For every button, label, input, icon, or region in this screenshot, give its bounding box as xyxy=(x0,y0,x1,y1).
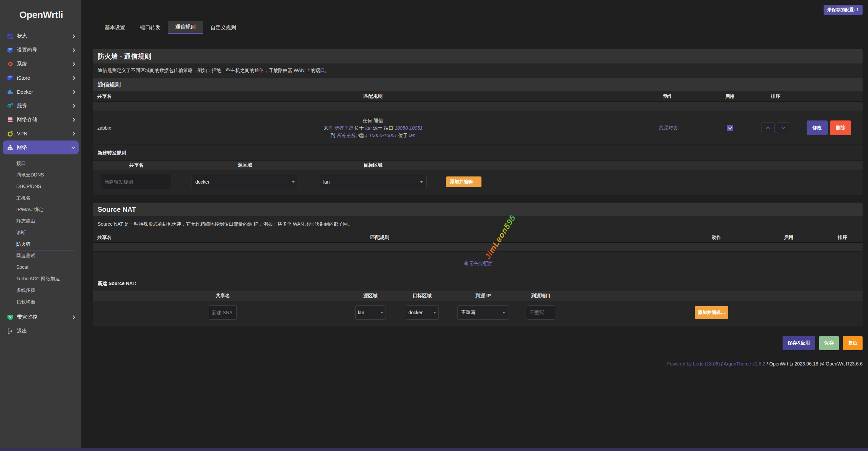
column-header-0: 共享名 xyxy=(93,93,258,99)
sidebar-item-label: iStore xyxy=(17,75,30,81)
edit-rule-button[interactable]: 修改 xyxy=(807,120,828,135)
sidebar-subitem-turbo-acc[interactable]: Turbo ACC 网络加速 xyxy=(0,273,81,284)
new-forward-source-zone-select[interactable]: docker xyxy=(192,175,298,189)
match-text: 到 xyxy=(331,133,337,138)
sort-down-button[interactable] xyxy=(777,123,790,133)
column-header-dest-zone: 目标区域 xyxy=(388,293,456,299)
bandwidth-monitor-icon xyxy=(7,314,14,321)
rule-match: 任何 通信 来自 所有主机 位于 lan 源于 端口 10050-10051 到… xyxy=(258,117,488,139)
column-header-5: 排序 xyxy=(761,93,790,99)
reset-button[interactable]: 复位 xyxy=(843,336,863,350)
column-header-source-zone: 源区域 xyxy=(180,162,310,168)
new-forward-dest-zone-select[interactable]: lan xyxy=(320,175,427,189)
new-snat-table-header: 共享名 源区域 目标区域 到源 IP 到源端口 xyxy=(93,291,863,301)
main-content: 未保存的配置: 1 基本设置端口转发通信规则自定义规则 防火墙 - 通信规则 通… xyxy=(81,0,868,451)
save-button[interactable]: 保存 xyxy=(819,336,839,350)
sidebar-item-label: 网络 xyxy=(17,144,27,151)
source-nat-table-header: 共享名匹配规则动作启用排序 xyxy=(93,232,863,243)
sidebar-subitem-multi-wan[interactable]: 多线多拨 xyxy=(0,284,81,296)
new-snat-to-source-port-input[interactable] xyxy=(527,305,555,320)
save-apply-button[interactable]: 保存&应用 xyxy=(783,336,815,350)
traffic-rule-row: zabbix 任何 通信 来自 所有主机 位于 lan 源于 端口 10050-… xyxy=(93,111,863,145)
sidebar-item-wizard[interactable]: 设置向导 xyxy=(0,43,81,57)
chevron-right-icon xyxy=(71,132,75,135)
column-header-name: 共享名 xyxy=(93,162,180,168)
new-snat-name-input[interactable] xyxy=(209,305,237,320)
istore-cube-icon xyxy=(7,75,14,81)
sidebar-item-vpn[interactable]: VPN xyxy=(0,127,81,140)
tab-traffic-rules[interactable]: 通信规则 xyxy=(168,21,203,34)
sidebar-item-bandwidth-monitor[interactable]: 带宽监控 xyxy=(0,310,81,324)
chevron-right-icon xyxy=(71,104,75,108)
sidebar-subitem-dhcp-dns[interactable]: DHCP/DNS xyxy=(0,181,81,192)
chevron-right-icon xyxy=(71,90,75,94)
services-gears-icon: ⚙⚙ xyxy=(7,102,14,109)
sidebar-subitem-diagnostics[interactable]: 诊断 xyxy=(0,227,81,238)
vpn-globe-icon xyxy=(7,130,14,137)
rule-enable-cell xyxy=(698,125,761,131)
selected-to-source-ip: 不重写 xyxy=(461,309,475,316)
sidebar-subitem-socat[interactable]: Socat xyxy=(0,261,81,273)
sidebar-subitem-load-balance[interactable]: 负载均衡 xyxy=(0,296,81,307)
footer-separator: / xyxy=(720,361,724,367)
sidebar-item-status[interactable]: 状态 xyxy=(0,29,81,43)
sidebar-item-istore[interactable]: iStore xyxy=(0,71,81,85)
column-header-4: 启用 xyxy=(698,93,761,99)
sidebar-subitem-tencent-ddns[interactable]: 腾讯云DDNS xyxy=(0,169,81,181)
traffic-rules-card: 防火墙 - 通信规则 通信规则定义了不同区域间的数据包传输策略，例如：拒绝一些主… xyxy=(93,49,863,195)
unsaved-config-badge[interactable]: 未保存的配置: 1 xyxy=(824,5,863,15)
sidebar-item-label: 设置向导 xyxy=(17,47,37,53)
column-header-to-source-ip: 到源 IP xyxy=(456,293,510,299)
sidebar-subitem-speed-test[interactable]: 网速测试 xyxy=(0,250,81,261)
sidebar-item-nas[interactable]: 网络存储 xyxy=(0,113,81,127)
sort-up-button[interactable] xyxy=(762,123,775,133)
section-title-traffic-rules: 通信规则 xyxy=(93,78,863,91)
sidebar-subitem-firewall[interactable]: 防火墙 xyxy=(0,238,81,250)
footer-credits: Powered by Lede (18.06) / ArgonTheme v1.… xyxy=(93,361,863,367)
sidebar-subitem-static-routes[interactable]: 静态路由 xyxy=(0,215,81,227)
new-snat-label: 新建 Source NAT: xyxy=(93,276,863,291)
chevron-down-icon xyxy=(781,125,786,129)
sidebar-item-logout[interactable]: 退出 xyxy=(0,324,81,338)
dropdown-arrow-icon xyxy=(292,181,295,183)
sidebar-subitem-interfaces[interactable]: 接口 xyxy=(0,157,81,169)
chevron-up-icon xyxy=(766,126,770,131)
rule-enabled-checkbox[interactable] xyxy=(727,125,733,131)
sidebar-item-system[interactable]: ⚙系统 xyxy=(0,57,81,71)
network-tree-icon xyxy=(7,144,14,151)
page-description: 通信规则定义了不同区域间的数据包传输策略，例如：拒绝一些主机之间的通信，开放路由… xyxy=(93,63,863,78)
table-stripe-row xyxy=(93,243,863,252)
tab-port-forwards[interactable]: 端口转发 xyxy=(133,21,168,34)
sidebar-item-label: VPN xyxy=(17,131,27,136)
sidebar-subitem-hostname[interactable]: 主机名 xyxy=(0,192,81,204)
new-forward-table-header: 共享名 源区域 目标区域 xyxy=(93,160,863,170)
new-forward-name-input[interactable] xyxy=(101,175,172,189)
sidebar-item-label: Docker xyxy=(17,89,33,95)
chevron-down-icon xyxy=(71,145,75,149)
sidebar-item-services[interactable]: ⚙⚙服务 xyxy=(0,99,81,113)
add-and-edit-forward-button[interactable]: 添加并编辑… xyxy=(446,176,481,187)
sidebar-item-network[interactable]: 网络 xyxy=(3,140,79,154)
new-snat-to-source-ip-select[interactable]: 不重写 xyxy=(457,305,509,320)
tab-custom-rules[interactable]: 自定义规则 xyxy=(203,21,243,34)
chevron-right-icon xyxy=(71,315,75,319)
column-header-name: 共享名 xyxy=(93,293,353,299)
new-snat-dest-zone-select[interactable]: docker xyxy=(406,305,439,320)
new-snat-source-zone-select[interactable]: lan xyxy=(355,305,386,320)
sidebar-item-docker[interactable]: Docker xyxy=(0,85,81,99)
new-forward-input-row: docker lan 添加并编辑… xyxy=(93,170,863,195)
theme-link[interactable]: ArgonTheme v1.8.2 xyxy=(724,361,765,367)
source-nat-description: Source NAT 是一种特殊形式的封包伪装，它允许精细地控制传出流量的源 I… xyxy=(93,216,863,232)
form-actions: 保存&应用 保存 复位 xyxy=(93,336,863,350)
column-header-to-source-port: 到源端口 xyxy=(510,293,571,299)
delete-rule-button[interactable]: 删除 xyxy=(830,120,851,135)
source-nat-title: Source NAT xyxy=(93,203,863,216)
match-value: 所有主机 xyxy=(337,133,356,138)
selected-source-zone: lan xyxy=(358,310,364,315)
new-forward-label: 新建转发规则: xyxy=(93,145,863,160)
powered-by-link[interactable]: Powered by Lede (18.06) xyxy=(667,361,720,367)
add-and-edit-snat-button[interactable]: 添加并编辑… xyxy=(695,306,728,319)
rule-action: 接受转发 xyxy=(637,125,698,131)
tab-general[interactable]: 基本设置 xyxy=(97,21,133,34)
sidebar-subitem-ip-mac-binding[interactable]: IP/MAC 绑定 xyxy=(0,204,81,215)
